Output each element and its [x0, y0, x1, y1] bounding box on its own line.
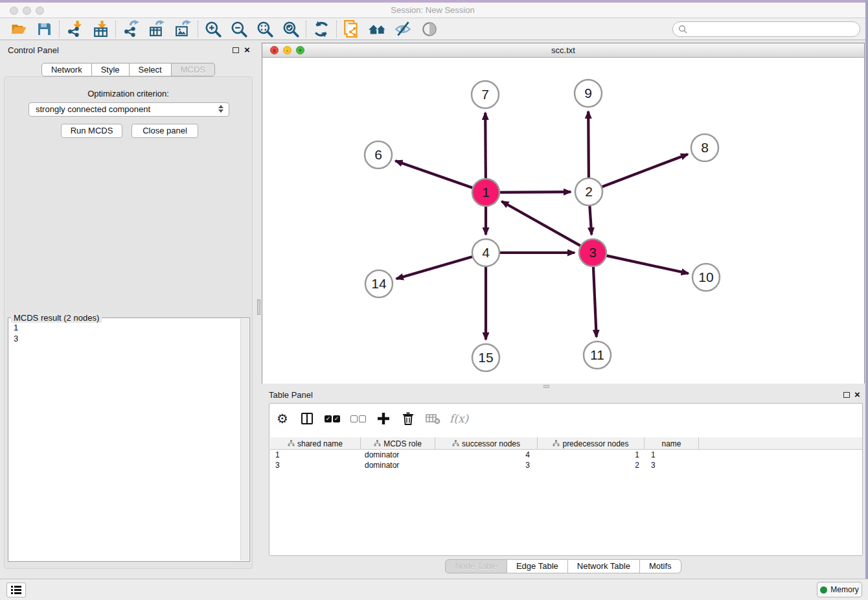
window-close-button[interactable] — [10, 6, 18, 15]
first-neighbors-icon[interactable] — [365, 19, 391, 39]
close-panel-icon[interactable]: × — [244, 46, 250, 54]
show-all-icon[interactable] — [417, 19, 442, 39]
save-session-icon[interactable] — [31, 19, 57, 39]
graph-node-2[interactable]: 2 — [575, 178, 602, 205]
clone-network-icon[interactable] — [339, 19, 365, 39]
table-cell[interactable]: 1 — [645, 450, 699, 460]
zoom-in-icon[interactable] — [200, 19, 226, 39]
graph-edge-3-11[interactable] — [593, 267, 597, 337]
table-cell[interactable]: 1 — [270, 450, 361, 460]
frame-close-icon[interactable]: x — [270, 46, 279, 54]
search-input[interactable] — [688, 23, 860, 36]
graph-node-15[interactable]: 15 — [472, 344, 499, 371]
graph-edge-3-1[interactable] — [501, 202, 580, 246]
graph-edge-1-7[interactable] — [485, 113, 486, 178]
column-header-successor-nodes[interactable]: successor nodes — [435, 437, 538, 450]
import-table-icon[interactable] — [87, 19, 113, 39]
table-settings-icon[interactable]: ⚙ — [275, 410, 290, 427]
graph-edge-2-8[interactable] — [602, 154, 688, 187]
mcds-result-list[interactable]: 13 — [10, 322, 240, 344]
svg-text:11: 11 — [590, 347, 604, 362]
window-zoom-button[interactable] — [36, 6, 44, 15]
graph-edge-1-2[interactable] — [500, 192, 571, 192]
table-header-row: shared nameMCDS rolesuccessor nodesprede… — [270, 437, 862, 450]
result-scrollbar[interactable] — [240, 319, 249, 560]
close-panel-button[interactable]: Close panel — [131, 124, 198, 138]
zoom-selected-icon[interactable] — [278, 19, 304, 39]
float-panel-icon[interactable] — [233, 47, 239, 53]
frame-maximize-icon[interactable]: + — [296, 46, 304, 54]
mcds-result-item[interactable]: 3 — [14, 333, 240, 344]
tab-mcds[interactable]: MCDS — [172, 63, 215, 76]
search-box[interactable] — [672, 21, 860, 37]
export-table-icon[interactable] — [144, 19, 170, 39]
graph-node-6[interactable]: 6 — [365, 141, 392, 168]
zoom-fit-icon[interactable] — [252, 19, 278, 39]
hide-selected-icon[interactable] — [391, 19, 417, 39]
table-cell[interactable]: dominator — [361, 460, 435, 470]
graph-node-3[interactable]: 3 — [579, 239, 606, 266]
run-mcds-button[interactable]: Run MCDS — [61, 124, 122, 138]
vertical-splitter[interactable] — [257, 40, 261, 579]
task-history-button[interactable] — [6, 583, 26, 597]
tab-select[interactable]: Select — [130, 63, 172, 76]
select-all-icon[interactable]: ✓✓ — [324, 410, 341, 427]
float-table-panel-icon[interactable] — [843, 392, 850, 398]
table-row[interactable]: 1dominator411 — [270, 450, 862, 460]
zoom-out-icon[interactable] — [226, 19, 252, 39]
graph-node-10[interactable]: 10 — [692, 264, 720, 291]
graph-node-1[interactable]: 1 — [472, 179, 499, 206]
network-canvas[interactable]: 7968124314101511 — [262, 58, 864, 384]
delete-table-icon[interactable] — [425, 410, 440, 427]
graph-edge-4-14[interactable] — [396, 257, 472, 279]
graph-edge-1-6[interactable] — [395, 161, 472, 188]
tab-style[interactable]: Style — [92, 63, 130, 76]
tab-edge-table[interactable]: Edge Table — [507, 559, 568, 573]
column-header-shared-name[interactable]: shared name — [270, 437, 361, 450]
deselect-all-icon[interactable] — [350, 410, 367, 427]
optimization-select[interactable]: strongly connected component — [29, 102, 229, 117]
frame-minimize-icon[interactable]: - — [283, 46, 291, 54]
graph-edge-2-3[interactable] — [589, 206, 591, 235]
graph-node-11[interactable]: 11 — [584, 341, 611, 369]
tab-network-table[interactable]: Network Table — [568, 559, 640, 573]
table-row[interactable]: 3dominator323 — [270, 460, 862, 470]
memory-button[interactable]: Memory — [817, 582, 862, 597]
show-columns-icon[interactable] — [299, 410, 315, 427]
export-image-icon[interactable] — [170, 19, 196, 39]
column-header-name[interactable]: name — [645, 437, 699, 450]
table-cell[interactable]: 1 — [538, 450, 645, 460]
column-header-predecessor-nodes[interactable]: predecessor nodes — [538, 437, 645, 450]
tab-network[interactable]: Network — [41, 63, 92, 76]
table-cell[interactable]: 3 — [645, 460, 699, 470]
window-minimize-button[interactable] — [23, 6, 31, 15]
table-cell[interactable]: 4 — [435, 450, 538, 460]
graph-node-9[interactable]: 9 — [575, 80, 602, 107]
table-cell[interactable]: 3 — [270, 460, 361, 470]
horizontal-splitter-handle[interactable] — [543, 385, 549, 388]
close-table-panel-icon[interactable]: × — [854, 391, 860, 398]
import-network-icon[interactable] — [62, 19, 87, 39]
tab-node-table[interactable]: Node Table — [445, 559, 507, 573]
network-window-titlebar[interactable]: x - + scc.txt — [262, 43, 864, 58]
open-session-icon[interactable] — [5, 19, 31, 39]
column-header-MCDS-role[interactable]: MCDS role — [361, 437, 435, 450]
graph-edge-3-10[interactable] — [606, 256, 688, 273]
table-cell[interactable]: dominator — [361, 450, 435, 460]
delete-row-icon[interactable] — [400, 410, 416, 427]
export-network-icon[interactable] — [118, 19, 144, 39]
mcds-result-item[interactable]: 1 — [14, 322, 240, 333]
table-cell[interactable]: 3 — [435, 460, 538, 470]
refresh-icon[interactable] — [308, 19, 334, 39]
graph-node-7[interactable]: 7 — [472, 81, 499, 108]
graph-node-8[interactable]: 8 — [691, 134, 718, 161]
table-cell[interactable]: 2 — [538, 460, 645, 470]
svg-text:8: 8 — [701, 140, 709, 155]
function-builder-icon[interactable]: f(x) — [450, 410, 468, 427]
graph-edge-2-9[interactable] — [588, 111, 589, 178]
tab-motifs[interactable]: Motifs — [640, 559, 681, 573]
add-row-icon[interactable] — [376, 410, 391, 427]
graph-node-4[interactable]: 4 — [472, 239, 499, 266]
splitter-handle[interactable] — [257, 299, 260, 315]
graph-node-14[interactable]: 14 — [365, 270, 393, 297]
